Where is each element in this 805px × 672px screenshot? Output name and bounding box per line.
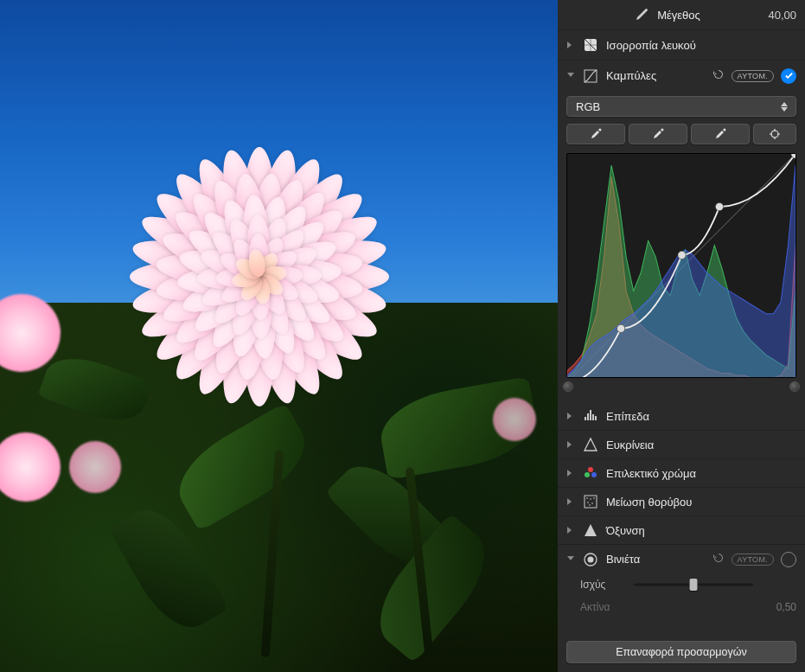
chevron-right-icon — [566, 469, 575, 477]
svg-point-9 — [588, 467, 593, 472]
chevron-right-icon — [566, 412, 575, 420]
curves-channel-row: RGB — [558, 91, 805, 120]
curves-histogram-container — [558, 150, 805, 402]
curves-row[interactable]: Καμπύλες ΑΥΤΟΜ. — [558, 61, 805, 91]
curves-label: Καμπύλες — [606, 69, 706, 82]
chevron-down-icon — [566, 72, 575, 80]
white-balance-row[interactable]: Ισορροπία λευκού — [558, 30, 805, 61]
select-arrows-icon — [778, 102, 790, 112]
svg-point-14 — [590, 498, 591, 500]
black-clip-handle[interactable] — [563, 381, 573, 392]
vignette-radius-label: Ακτίνα — [580, 601, 629, 613]
auto-button[interactable]: ΑΥΤΟΜ. — [732, 554, 774, 566]
vignette-label: Βινιέτα — [606, 553, 706, 566]
noise-reduction-label: Μείωση θορύβου — [606, 496, 796, 509]
chevron-right-icon — [566, 497, 575, 506]
svg-point-18 — [589, 504, 591, 506]
vignette-strength-label: Ισχύς — [580, 579, 629, 591]
curves-pickers-row — [558, 120, 805, 150]
selective-color-label: Επιλεκτικό χρώμα — [606, 467, 796, 480]
vignette-icon — [582, 551, 599, 568]
levels-icon — [582, 407, 599, 425]
svg-point-6 — [678, 251, 686, 259]
vignette-radius-slider[interactable]: Ακτίνα 0,50 — [558, 596, 805, 618]
adjustments-sidebar: Μέγεθος 40,00 Ισορροπία λευκού Καμπύλες … — [558, 0, 805, 672]
definition-row[interactable]: Ευκρίνεια — [558, 431, 805, 459]
auto-button[interactable]: ΑΥΤΟΜ. — [732, 70, 774, 82]
svg-point-7 — [715, 202, 723, 210]
add-point-picker[interactable] — [753, 124, 796, 144]
levels-label: Επίπεδα — [606, 410, 796, 423]
size-label: Μέγεθος — [657, 9, 761, 22]
vignette-radius-value: 0,50 — [776, 601, 796, 613]
size-row: Μέγεθος 40,00 — [558, 0, 805, 30]
chevron-right-icon — [566, 41, 575, 49]
selective-color-icon — [582, 464, 599, 482]
reset-icon[interactable] — [712, 552, 725, 566]
vignette-enable-toggle[interactable] — [781, 552, 796, 567]
definition-label: Ευκρίνεια — [606, 438, 796, 451]
sharpen-row[interactable]: Όξυνση — [558, 516, 805, 545]
svg-point-13 — [586, 497, 588, 499]
noise-reduction-icon — [582, 493, 599, 510]
vignette-row[interactable]: Βινιέτα ΑΥΤΟΜ. — [558, 545, 805, 573]
image-canvas[interactable] — [0, 0, 558, 672]
svg-point-11 — [591, 472, 597, 477]
selective-color-row[interactable]: Επιλεκτικό χρώμα — [558, 459, 805, 488]
svg-point-15 — [593, 497, 595, 499]
curves-histogram[interactable] — [566, 153, 796, 378]
white-clip-handle[interactable] — [789, 381, 800, 392]
chevron-right-icon — [566, 526, 575, 534]
svg-point-16 — [587, 502, 589, 503]
svg-point-5 — [617, 324, 624, 332]
chevron-right-icon — [566, 440, 575, 449]
size-value[interactable]: 40,00 — [768, 9, 796, 22]
reset-icon[interactable] — [712, 68, 725, 83]
curves-enable-toggle[interactable] — [781, 68, 796, 84]
reset-adjustments-label: Επαναφορά προσαρμογών — [616, 646, 747, 658]
channel-select-value: RGB — [576, 100, 600, 113]
svg-point-10 — [585, 472, 590, 477]
photo-preview — [0, 0, 558, 672]
white-balance-icon — [582, 36, 599, 54]
white-balance-label: Ισορροπία λευκού — [606, 39, 796, 52]
curves-icon — [582, 67, 599, 85]
reset-adjustments-button[interactable]: Επαναφορά προσαρμογών — [566, 641, 796, 663]
vignette-strength-slider[interactable]: Ισχύς — [558, 573, 805, 596]
black-point-picker[interactable] — [566, 124, 625, 144]
chevron-down-icon — [566, 555, 575, 564]
svg-point-20 — [588, 556, 594, 562]
svg-rect-12 — [585, 496, 597, 508]
levels-row[interactable]: Επίπεδα — [558, 402, 805, 431]
white-point-picker[interactable] — [691, 124, 750, 144]
sharpen-icon — [582, 522, 599, 539]
svg-point-2 — [771, 131, 778, 138]
svg-point-17 — [591, 502, 593, 504]
brush-icon — [633, 6, 650, 23]
definition-icon — [582, 436, 599, 453]
noise-reduction-row[interactable]: Μείωση θορύβου — [558, 488, 805, 516]
gray-point-picker[interactable] — [629, 124, 687, 144]
channel-select[interactable]: RGB — [566, 96, 796, 117]
sharpen-label: Όξυνση — [606, 524, 796, 537]
